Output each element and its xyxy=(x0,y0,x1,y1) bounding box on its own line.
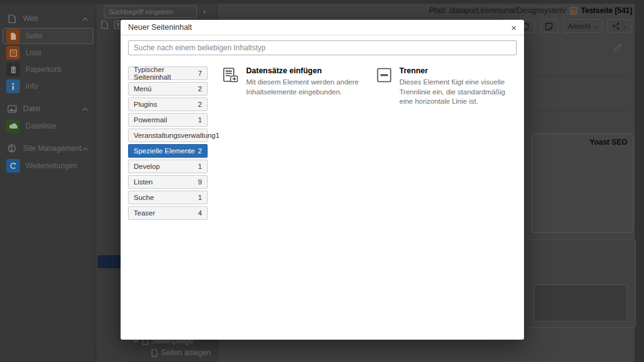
chevron-up-icon xyxy=(82,144,88,153)
edit-pencil-icon[interactable] xyxy=(614,43,622,52)
modal-header: Neuer Seiteninhalt × xyxy=(121,20,524,35)
sidebar-item-label: Liste xyxy=(25,48,41,57)
path-value: /dataport.kommunal/Designsystem/ xyxy=(449,6,566,15)
tab-label: Menü xyxy=(134,85,152,93)
modal-tab-list: Typischer Seiteninhalt 7 Menü 2 Plugins … xyxy=(128,66,208,222)
tab-label: Veranstaltungsverwaltung xyxy=(134,132,216,139)
tab-listen[interactable]: Listen 9 xyxy=(128,175,208,189)
sidebar-item-weiterleitungen[interactable]: Weiterleitungen xyxy=(2,158,93,174)
tab-count: 7 xyxy=(198,70,202,77)
tab-veranstaltungsverwaltung[interactable]: Veranstaltungsverwaltung 1 xyxy=(128,129,208,142)
tab-count: 1 xyxy=(198,194,202,201)
tab-label: Develop xyxy=(134,163,160,170)
new-content-element-modal: Neuer Seiteninhalt × Typischer Seiteninh… xyxy=(121,20,524,340)
tab-count: 4 xyxy=(198,209,202,217)
sidebar-item-liste[interactable]: Liste xyxy=(2,45,93,61)
view-button-label: Ansicht xyxy=(568,22,591,30)
sidebar-item-label: Info xyxy=(25,82,38,91)
module-group-label: Datei xyxy=(23,104,40,113)
tab-count: 1 xyxy=(198,116,202,124)
textarea-field[interactable] xyxy=(534,284,627,322)
option-datensaetze-einfuegen[interactable]: Datensätze einfügen Mit diesem Element w… xyxy=(223,66,364,107)
module-group-label: Site Management xyxy=(23,144,81,153)
tab-menue[interactable]: Menü 2 xyxy=(128,82,208,96)
chevron-up-icon xyxy=(82,14,88,23)
sidebar-item-label: Dateiliste xyxy=(25,122,56,130)
insert-records-icon xyxy=(223,67,239,83)
tab-spezielle-elemente[interactable]: Spezielle Elemente 2 xyxy=(128,144,208,158)
option-description: Dieses Element fügt eine visuelle Trennl… xyxy=(400,78,517,107)
tab-label: Plugins xyxy=(134,101,157,108)
note-icon xyxy=(545,22,553,30)
modal-title: Neuer Seiteninhalt xyxy=(128,23,192,32)
content-type-search-input[interactable] xyxy=(128,40,517,55)
sidebar-item-seite[interactable]: Seite xyxy=(2,28,93,44)
content-element-options: Datensätze einfügen Mit diesem Element w… xyxy=(223,66,517,222)
tab-powermail[interactable]: Powermail 1 xyxy=(128,113,208,127)
lower-form-panel xyxy=(527,239,636,328)
new-content-button[interactable] xyxy=(540,19,558,33)
file-group-icon xyxy=(7,104,17,114)
tree-item-seiten-anlegen[interactable]: Seiten anlegen xyxy=(151,348,211,357)
divider-element-icon xyxy=(376,67,392,83)
globe-icon xyxy=(7,143,17,153)
tab-label: Powermail xyxy=(134,116,167,124)
tab-label: Listen xyxy=(134,178,153,186)
sidebar-item-label: Weiterleitungen xyxy=(25,161,77,170)
sidebar-item-info[interactable]: Info xyxy=(2,78,93,94)
option-description: Mit diesem Element werden andere Inhalts… xyxy=(246,78,364,97)
page-icon xyxy=(151,349,158,357)
tab-label: Suche xyxy=(134,194,154,201)
tab-teaser[interactable]: Teaser 4 xyxy=(128,206,208,220)
sidebar-item-dateiliste[interactable]: Dateiliste xyxy=(2,118,93,134)
module-menu: Web Seite Liste Papierkorb Info Datei xyxy=(0,4,96,362)
new-page-icon[interactable] xyxy=(101,20,108,29)
option-trenner[interactable]: Trenner Dieses Element fügt eine visuell… xyxy=(376,66,517,107)
tab-count: 2 xyxy=(198,101,202,108)
sidebar-item-label: Seite xyxy=(25,32,42,40)
sidebar-item-label: Papierkorb xyxy=(25,65,62,74)
tab-count: 1 xyxy=(198,163,202,170)
share-icon xyxy=(612,22,620,30)
redirects-module-icon xyxy=(6,159,20,173)
chevron-up-icon xyxy=(82,104,88,113)
module-group-web[interactable]: Web xyxy=(0,10,96,27)
module-group-label: Web xyxy=(23,14,38,23)
view-dropdown-button[interactable]: Ansicht ⌄ xyxy=(563,19,603,33)
tab-typischer-seiteninhalt[interactable]: Typischer Seiteninhalt 7 xyxy=(128,66,208,80)
chevron-down-icon: ⌄ xyxy=(622,23,627,29)
share-dropdown-button[interactable]: ⌄ xyxy=(607,19,632,33)
option-title: Trenner xyxy=(400,66,517,75)
yoast-seo-panel: Yoast SEO xyxy=(531,133,633,233)
chevron-down-icon: ⌄ xyxy=(593,23,598,29)
page-module-icon xyxy=(6,29,20,43)
module-group-datei[interactable]: Datei xyxy=(0,100,96,117)
tree-item-label: Seiten anlegen xyxy=(161,348,211,357)
option-title: Datensätze einfügen xyxy=(246,66,364,75)
tab-label: Spezielle Elemente xyxy=(134,147,195,155)
info-module-icon xyxy=(6,79,20,93)
tab-count: 9 xyxy=(198,178,202,186)
page-title: Testseite [541] xyxy=(581,6,632,15)
tab-develop[interactable]: Develop 1 xyxy=(128,160,208,173)
tab-label: Typischer Seiteninhalt xyxy=(134,66,198,81)
close-icon[interactable]: × xyxy=(511,23,517,32)
path-label: Pfad: xyxy=(429,6,446,15)
tab-count: 2 xyxy=(198,147,202,155)
tab-plugins[interactable]: Plugins 2 xyxy=(128,97,208,111)
list-module-icon xyxy=(6,46,20,60)
web-group-icon xyxy=(7,14,17,24)
breadcrumb: Pfad: /dataport.kommunal/Designsystem/ T… xyxy=(429,6,632,15)
tab-suche[interactable]: Suche 1 xyxy=(128,191,208,204)
filelist-module-icon xyxy=(6,119,20,133)
tree-search-input[interactable] xyxy=(104,6,197,18)
yoast-seo-label: Yoast SEO xyxy=(590,138,627,147)
sidebar-item-papierkorb[interactable]: Papierkorb xyxy=(2,61,93,78)
trash-module-icon xyxy=(6,63,20,76)
tab-count: 2 xyxy=(198,85,202,93)
tab-label: Teaser xyxy=(134,209,155,217)
tab-count: 1 xyxy=(216,132,219,139)
module-group-site-management[interactable]: Site Management xyxy=(0,140,96,157)
collapse-tree-icon[interactable]: ‹ xyxy=(200,5,209,17)
page-record-icon xyxy=(570,7,577,15)
